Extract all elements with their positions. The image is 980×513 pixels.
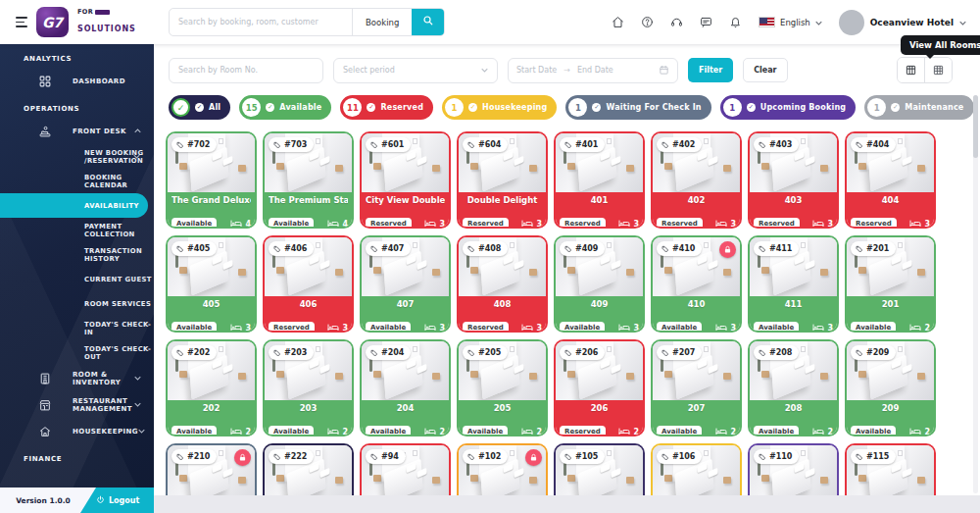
sidebar-item-dashboard[interactable]: DASHBOARD <box>0 68 154 94</box>
room-card-102[interactable]: #102 <box>457 443 548 496</box>
photo-decor <box>432 373 440 380</box>
sidebar-item-room-inventory[interactable]: ROOM & INVENTORY <box>0 365 154 391</box>
status-chip-upcoming-booking[interactable]: 1 ✓ Upcoming Booking <box>720 95 857 120</box>
status-chip-waiting-for-check-in[interactable]: 1 ✓ Waiting For Check In <box>565 95 710 120</box>
chip-label: All <box>209 103 220 112</box>
account-menu[interactable]: Oceanview Hotel <box>839 10 966 35</box>
sidebar-item-restaurant-management[interactable]: RESTAURANT MANAGEMENT <box>0 391 154 418</box>
status-chip-maintenance[interactable]: 1 ✓ Maintenance <box>864 95 973 120</box>
room-card-203[interactable]: #203 203 Available 2 <box>263 339 354 436</box>
support-icon[interactable] <box>670 16 683 28</box>
room-card-106[interactable]: #106 <box>651 443 742 496</box>
tag-icon <box>176 245 184 253</box>
room-card-footer: 201 Available 2 <box>847 296 934 333</box>
home-icon[interactable] <box>612 16 624 28</box>
sidebar-item-today-s-check-in[interactable]: TODAY'S CHECK-IN <box>0 316 154 340</box>
room-status-badge: Available <box>754 322 799 333</box>
room-card-411[interactable]: #411 411 Available 3 <box>748 235 839 333</box>
search-category-select[interactable]: Booking <box>352 9 412 35</box>
notifications-icon[interactable] <box>729 16 742 28</box>
period-select[interactable]: Select period <box>333 58 498 83</box>
room-number-badge: #601 <box>366 137 411 152</box>
room-status-badge: Available <box>657 426 702 436</box>
room-card-204[interactable]: #204 204 Available 2 <box>360 339 451 436</box>
room-card-405[interactable]: #405 405 Available 3 <box>166 235 257 333</box>
room-bed-count: 2 <box>618 428 639 436</box>
global-search-input[interactable] <box>170 9 352 35</box>
tag-icon <box>176 349 184 357</box>
chat-icon[interactable] <box>700 16 712 28</box>
sidebar-item-today-s-check-out[interactable]: TODAY'S CHECK-OUT <box>0 340 154 365</box>
status-chip-reserved[interactable]: 11 ✓ Reserved <box>340 95 433 120</box>
room-card-115[interactable]: #115 <box>845 443 936 496</box>
sidebar-item-availability[interactable]: AVAILABILITY <box>0 193 148 218</box>
sidebar-item-label: HOUSEKEEPING <box>73 428 138 436</box>
grid-view-icon[interactable] <box>898 58 924 82</box>
sidebar-item-front-desk[interactable]: FRONT DESK <box>0 118 154 144</box>
room-card-110[interactable]: #110 <box>748 443 839 496</box>
room-card-222[interactable]: #222 <box>263 443 354 496</box>
help-icon[interactable] <box>641 16 654 28</box>
room-card-94[interactable]: #94 <box>360 443 451 496</box>
room-card-408[interactable]: #408 408 Reserved 3 <box>457 235 548 333</box>
sidebar-item-transaction-history[interactable]: TRANSACTION HISTORY <box>0 242 154 267</box>
logout-button[interactable]: Logout <box>96 487 154 513</box>
sidebar-item-booking-calendar[interactable]: BOOKING CALENDAR <box>0 169 154 193</box>
room-photo: #406 <box>265 237 352 296</box>
photo-decor <box>761 475 769 482</box>
room-card-407[interactable]: #407 407 Available 3 <box>360 235 451 333</box>
photo-decor <box>761 163 769 170</box>
filter-button[interactable]: Filter <box>688 58 733 82</box>
sidebar-item-housekeeping[interactable]: HOUSEKEEPING <box>0 418 154 444</box>
us-flag-icon <box>759 17 775 27</box>
table-view-icon[interactable] <box>924 58 952 82</box>
search-button[interactable] <box>412 9 444 35</box>
status-chip-all[interactable]: ✓ ✓ All <box>169 95 230 120</box>
room-card-footer: 206 Reserved 2 <box>556 400 643 436</box>
status-chip-available[interactable]: 15 ✓ Available <box>239 95 331 120</box>
room-card-604[interactable]: #604 Double Delight Reserved 3 <box>457 131 548 229</box>
clear-button[interactable]: Clear <box>743 58 787 82</box>
date-range-picker[interactable]: Start Date → End Date <box>508 58 678 83</box>
room-card-404[interactable]: #404 404 Reserved 3 <box>845 131 936 229</box>
photo-decor <box>801 242 806 248</box>
room-card-202[interactable]: #202 202 Available 2 <box>166 339 257 436</box>
status-chip-housekeeping[interactable]: 1 ✓ Housekeeping <box>442 95 557 120</box>
room-card-208[interactable]: #208 208 Available 2 <box>748 339 839 436</box>
room-card-209[interactable]: #209 209 Available 2 <box>845 339 936 436</box>
room-card-601[interactable]: #601 City View Double Reserved 3 <box>360 131 451 229</box>
sidebar-item-payment-collection[interactable]: PAYMENT COLLECTION <box>0 218 154 242</box>
sidebar-item-current-guest[interactable]: CURRENT GUEST <box>0 267 154 291</box>
room-number-badge: #411 <box>754 241 799 256</box>
room-name: 202 <box>172 403 251 413</box>
photo-decor <box>801 450 806 456</box>
language-select[interactable]: English <box>759 17 822 27</box>
room-card-201[interactable]: #201 201 Available 2 <box>845 235 936 333</box>
room-card-703[interactable]: #703 The Premium Stay Available 4 <box>263 131 354 229</box>
room-card-206[interactable]: #206 206 Reserved 2 <box>554 339 645 436</box>
chevron-down-icon <box>134 376 141 381</box>
room-bed-count: 3 <box>715 220 736 229</box>
tag-icon <box>759 245 766 253</box>
room-card-105[interactable]: #105 <box>554 443 645 496</box>
bed-icon <box>521 324 533 333</box>
room-card-702[interactable]: #702 The Grand Deluxe Available 4 <box>166 131 257 229</box>
room-card-210[interactable]: #210 <box>166 443 257 496</box>
room-card-403[interactable]: #403 403 Reserved 3 <box>748 131 839 229</box>
sidebar-item-new-booking-reservation[interactable]: NEW BOOKING /RESERVATION <box>0 144 154 169</box>
room-card-409[interactable]: #409 409 Available 3 <box>554 235 645 333</box>
sidebar-item-room-services[interactable]: ROOM SERVICES <box>0 291 154 316</box>
vertical-scrollbar[interactable] <box>973 95 978 493</box>
chevron-down-icon <box>815 18 822 27</box>
check-circle-icon: ✓ <box>592 103 601 112</box>
bed-icon <box>618 220 630 229</box>
room-card-207[interactable]: #207 207 Available 2 <box>651 339 742 436</box>
room-no-input[interactable] <box>170 66 322 75</box>
room-card-410[interactable]: #410 410 Available 3 <box>651 235 742 333</box>
room-card-401[interactable]: #401 401 Reserved 3 <box>554 131 645 229</box>
room-card-406[interactable]: #406 406 Reserved 3 <box>263 235 354 333</box>
room-card-402[interactable]: #402 402 Reserved 3 <box>651 131 742 229</box>
menu-toggle-icon[interactable] <box>16 17 27 26</box>
room-card-205[interactable]: #205 205 Available 2 <box>457 339 548 436</box>
photo-decor <box>276 163 284 170</box>
